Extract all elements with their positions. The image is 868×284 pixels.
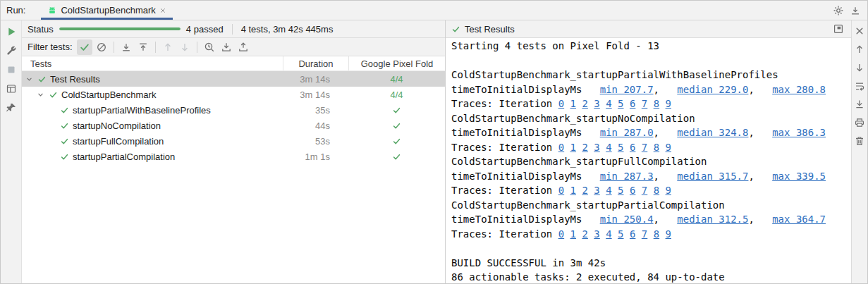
- test-tree-row[interactable]: ColdStartupBenchmark3m 14s4/4: [22, 87, 445, 102]
- tab-close-icon[interactable]: [159, 7, 166, 14]
- test-tree-row[interactable]: startupFullCompilation53s: [22, 133, 445, 149]
- device-passed-icon: [348, 121, 445, 130]
- metric-link[interactable]: median 312.5: [677, 214, 748, 225]
- trace-link[interactable]: 7: [642, 185, 647, 196]
- device-pass-ratio: 4/4: [348, 74, 445, 85]
- chevron-down-icon[interactable]: [35, 90, 47, 99]
- trace-link[interactable]: 6: [630, 228, 635, 240]
- trace-link[interactable]: 0: [558, 98, 564, 109]
- metric-link[interactable]: min 250.4: [600, 214, 654, 225]
- scroll-to-end-button[interactable]: [852, 99, 867, 110]
- column-header-device[interactable]: Google Pixel Fold: [348, 56, 445, 70]
- trace-link[interactable]: 0: [558, 185, 564, 196]
- trace-link[interactable]: 8: [654, 98, 659, 109]
- settings-gear-icon[interactable]: [831, 3, 846, 18]
- metric-link[interactable]: min 287.3: [600, 171, 654, 182]
- test-passed-icon: [58, 152, 71, 161]
- test-tree-row[interactable]: startupPartialCompilation1m 1s: [22, 149, 445, 164]
- metric-link[interactable]: median 324.8: [677, 127, 748, 138]
- trace-link[interactable]: 3: [594, 98, 599, 109]
- trace-link[interactable]: 6: [630, 98, 635, 109]
- trace-link[interactable]: 8: [654, 185, 659, 196]
- metric-link[interactable]: median 315.7: [677, 171, 748, 182]
- trace-link[interactable]: 6: [630, 185, 635, 196]
- run-tab-coldstartupbenchmark[interactable]: ColdStartupBenchmark: [41, 1, 172, 20]
- metric-link[interactable]: median 229.0: [677, 84, 748, 95]
- toolbar-separator: [155, 42, 156, 53]
- metric-link[interactable]: min 287.0: [600, 127, 654, 138]
- trace-link[interactable]: 9: [666, 185, 671, 196]
- test-results-panel: Status 4 passed 4 tests, 3m 42s 445ms Fi…: [22, 20, 446, 283]
- console-line: ColdStartupBenchmark_startupNoCompilatio…: [451, 111, 845, 126]
- trace-link[interactable]: 2: [582, 185, 587, 196]
- soft-wrap-button[interactable]: [852, 80, 867, 92]
- print-button[interactable]: [852, 117, 867, 128]
- float-window-button[interactable]: [831, 22, 845, 36]
- show-passed-button[interactable]: [77, 39, 92, 55]
- test-name: startupPartialCompilation: [71, 152, 175, 162]
- modify-run-configuration-button[interactable]: [4, 45, 18, 56]
- trace-link[interactable]: 7: [642, 228, 647, 240]
- trace-link[interactable]: 3: [594, 142, 599, 153]
- test-duration: 53s: [283, 136, 348, 147]
- clear-all-button[interactable]: [852, 135, 867, 147]
- trace-link[interactable]: 6: [630, 142, 635, 153]
- test-passed-icon: [47, 90, 59, 99]
- trace-link[interactable]: 0: [558, 142, 564, 153]
- trace-link[interactable]: 7: [642, 142, 647, 153]
- metric-link[interactable]: max 339.5: [772, 171, 826, 182]
- trace-link[interactable]: 1: [570, 142, 576, 153]
- export-test-results-button[interactable]: [236, 39, 251, 55]
- rerun-tests-button[interactable]: [4, 26, 18, 37]
- hide-tool-window-button[interactable]: [848, 3, 863, 18]
- down-the-stack-trace-button[interactable]: [852, 62, 867, 73]
- expand-all-button[interactable]: [118, 39, 134, 55]
- trace-link[interactable]: 2: [582, 98, 587, 109]
- test-tree-row[interactable]: startupNoCompilation44s: [22, 118, 445, 133]
- restore-layout-button[interactable]: [4, 83, 18, 94]
- trace-link[interactable]: 2: [582, 228, 587, 240]
- trace-link[interactable]: 0: [558, 228, 564, 240]
- trace-link[interactable]: 9: [666, 228, 671, 240]
- metric-link[interactable]: max 364.7: [772, 214, 826, 225]
- trace-link[interactable]: 8: [654, 228, 659, 240]
- pin-tab-button[interactable]: [4, 102, 18, 113]
- metric-link[interactable]: max 386.3: [772, 127, 826, 138]
- import-test-results-button[interactable]: [219, 39, 234, 55]
- console-line: Starting 4 tests on Pixel Fold - 13: [451, 39, 845, 54]
- previous-occurrence-button: [160, 39, 176, 55]
- trace-link[interactable]: 5: [618, 185, 623, 196]
- trace-link[interactable]: 4: [606, 142, 611, 153]
- trace-link[interactable]: 1: [570, 98, 576, 109]
- trace-link[interactable]: 1: [570, 185, 576, 196]
- trace-link[interactable]: 7: [642, 98, 647, 109]
- collapse-all-button[interactable]: [135, 39, 151, 55]
- device-pass-ratio: 4/4: [348, 89, 445, 100]
- metric-link[interactable]: max 280.8: [772, 84, 826, 95]
- column-header-tests[interactable]: Tests: [22, 56, 283, 70]
- trace-link[interactable]: 5: [618, 98, 623, 109]
- tab-bar-spacer: [173, 1, 831, 20]
- trace-link[interactable]: 9: [666, 98, 671, 109]
- trace-link[interactable]: 1: [570, 228, 576, 240]
- close-console-button[interactable]: [852, 25, 867, 37]
- column-header-duration[interactable]: Duration: [283, 56, 348, 70]
- test-history-button[interactable]: [202, 39, 217, 55]
- up-the-stack-trace-button[interactable]: [852, 44, 867, 55]
- trace-link[interactable]: 3: [594, 185, 599, 196]
- trace-link[interactable]: 4: [606, 228, 611, 240]
- test-tree-row[interactable]: startupPartialWithBaselineProfiles35s: [22, 102, 445, 118]
- trace-link[interactable]: 5: [618, 142, 623, 153]
- console-output[interactable]: Starting 4 tests on Pixel Fold - 13ColdS…: [446, 38, 851, 283]
- trace-link[interactable]: 9: [666, 142, 671, 153]
- chevron-down-icon[interactable]: [23, 75, 35, 84]
- trace-link[interactable]: 2: [582, 142, 587, 153]
- show-ignored-button[interactable]: [94, 39, 109, 55]
- trace-link[interactable]: 4: [606, 98, 611, 109]
- trace-link[interactable]: 4: [606, 185, 611, 196]
- trace-link[interactable]: 5: [618, 228, 623, 240]
- trace-link[interactable]: 8: [654, 142, 659, 153]
- trace-link[interactable]: 3: [594, 228, 599, 240]
- test-tree-row[interactable]: Test Results3m 14s4/4: [22, 71, 445, 87]
- metric-link[interactable]: min 207.7: [600, 84, 654, 95]
